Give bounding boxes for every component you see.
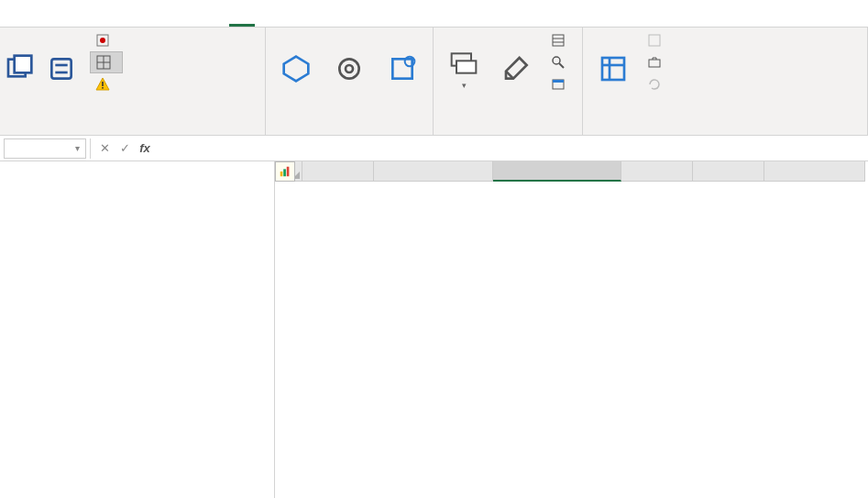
design-mode-icon: [502, 54, 532, 83]
properties-icon: [551, 33, 566, 48]
row-headers: [275, 182, 302, 498]
refresh-data-button: [642, 73, 673, 95]
svg-rect-3: [55, 64, 67, 67]
svg-rect-4: [55, 72, 67, 74]
svg-point-13: [346, 65, 353, 72]
formula-bar: ▾ ✕ ✓ fx: [0, 136, 868, 161]
spreadsheet-grid[interactable]: [275, 161, 868, 498]
design-mode-button[interactable]: [492, 29, 542, 110]
col-header-B[interactable]: [374, 161, 493, 182]
svg-rect-25: [553, 80, 564, 83]
tab-page-layout[interactable]: [92, 17, 117, 27]
quick-analysis-button[interactable]: [275, 161, 295, 182]
svg-point-6: [100, 38, 105, 43]
svg-rect-32: [283, 169, 286, 176]
fx-icon[interactable]: fx: [135, 141, 155, 155]
source-icon: [599, 54, 628, 83]
svg-rect-29: [649, 35, 660, 46]
ribbon: ▾: [0, 28, 868, 136]
svg-point-12: [339, 59, 358, 78]
view-code-icon: [551, 55, 566, 70]
macros-button[interactable]: [37, 29, 86, 110]
col-header-E[interactable]: [693, 161, 764, 182]
cells: [302, 182, 868, 498]
col-header-D[interactable]: [621, 161, 693, 182]
run-dialog-button[interactable]: [545, 73, 577, 95]
chevron-down-icon[interactable]: ▾: [75, 143, 80, 153]
tab-review[interactable]: [174, 17, 200, 27]
com-addins-button[interactable]: [378, 29, 427, 110]
visual-basic-icon: [5, 53, 34, 83]
svg-rect-1: [15, 56, 32, 73]
cancel-formula-icon[interactable]: ✕: [94, 141, 115, 155]
svg-rect-10: [102, 82, 104, 86]
col-header-C[interactable]: [493, 161, 621, 182]
code-group-label: [5, 129, 259, 133]
expansion-packs-button[interactable]: [642, 51, 673, 73]
gear-icon: [335, 54, 364, 83]
svg-point-22: [553, 57, 560, 64]
recovery-subtitle: [0, 185, 274, 202]
enter-formula-icon[interactable]: ✓: [115, 141, 135, 155]
name-box[interactable]: ▾: [4, 138, 86, 159]
tab-developer[interactable]: [229, 15, 255, 27]
svg-rect-19: [553, 35, 564, 46]
column-headers: [302, 161, 868, 182]
xml-group-label: [588, 129, 862, 133]
tab-file[interactable]: [9, 17, 35, 27]
svg-line-23: [559, 63, 564, 68]
svg-rect-33: [287, 167, 290, 177]
map-properties-button: [642, 29, 673, 51]
controls-group-label: [439, 129, 577, 133]
addins-group-label: [271, 129, 427, 133]
macros-icon: [47, 54, 76, 83]
tab-insert[interactable]: [64, 17, 90, 27]
excel-addins-button[interactable]: [324, 29, 374, 110]
map-properties-icon: [647, 33, 662, 48]
grid-icon: [96, 55, 111, 70]
svg-rect-31: [280, 172, 283, 176]
run-dialog-icon: [551, 77, 566, 92]
svg-rect-26: [602, 58, 624, 80]
document-recovery-pane: [0, 161, 275, 498]
use-relative-references-button[interactable]: [90, 51, 123, 73]
chevron-down-icon: ▾: [462, 82, 467, 91]
svg-rect-17: [456, 61, 476, 72]
insert-controls-icon: [449, 49, 478, 78]
col-header-F[interactable]: [764, 161, 865, 182]
com-addins-icon: [388, 54, 417, 83]
record-macro-button[interactable]: [90, 29, 123, 51]
visual-basic-button[interactable]: [5, 29, 33, 110]
expansion-packs-icon: [647, 55, 662, 70]
ribbon-tabs: [0, 0, 868, 28]
refresh-icon: [647, 77, 662, 92]
insert-controls-button[interactable]: ▾: [439, 29, 489, 110]
tab-help[interactable]: [257, 17, 282, 27]
view-code-button[interactable]: [545, 51, 577, 73]
svg-rect-11: [102, 87, 104, 89]
source-button[interactable]: [588, 29, 638, 110]
addins-button[interactable]: [271, 29, 321, 110]
tab-data[interactable]: [147, 17, 172, 27]
addins-icon: [281, 54, 311, 83]
tab-view[interactable]: [202, 17, 227, 27]
record-macro-icon: [95, 33, 110, 48]
warning-icon: [95, 77, 110, 92]
col-header-A[interactable]: [302, 161, 374, 182]
properties-button[interactable]: [545, 29, 577, 51]
tab-home[interactable]: [37, 17, 62, 27]
svg-rect-14: [392, 59, 412, 78]
macro-security-button[interactable]: [90, 73, 123, 95]
tab-pdfelement[interactable]: [284, 17, 310, 27]
tab-formulas[interactable]: [119, 17, 145, 27]
svg-rect-2: [51, 59, 71, 78]
svg-rect-30: [649, 60, 660, 67]
